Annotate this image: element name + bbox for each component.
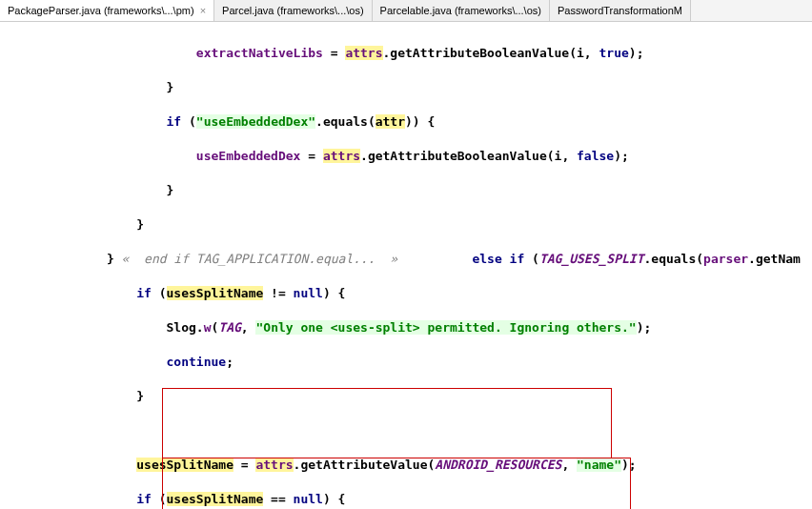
tab-label: Parcel.java (frameworks\...\os) [222,5,364,16]
code-line: if ("useEmbeddedDex".equals(attr)) { [17,113,812,131]
code-line: } [17,79,812,96]
code-line: useEmbeddedDex = attrs.getAttributeBoole… [17,148,812,165]
code-line: Slog.w(TAG, "Only one <uses-split> permi… [17,319,812,336]
code-line: } « end if TAG_APPLICATION.equal... » el… [17,251,812,268]
code-line: if (usesSplitName == null) { [17,491,812,508]
code-line: if (usesSplitName != null) { [17,285,812,302]
tab-package-parser[interactable]: PackageParser.java (frameworks\...\pm) × [0,0,214,21]
close-icon[interactable]: × [200,5,206,16]
code-editor[interactable]: extractNativeLibs = attrs.getAttributeBo… [0,22,812,509]
code-line: continue; [17,354,812,371]
code-line: usesSplitName = attrs.getAttributeValue(… [17,457,812,474]
tab-label: Parcelable.java (frameworks\...\os) [380,5,541,16]
code-line: } [17,388,812,405]
code-line: } [17,182,812,199]
code-line [17,422,812,439]
code-line: extractNativeLibs = attrs.getAttributeBo… [17,45,812,62]
tab-parcel[interactable]: Parcel.java (frameworks\...\os) [214,0,373,21]
tab-bar: PackageParser.java (frameworks\...\pm) ×… [0,0,812,22]
tab-parcelable[interactable]: Parcelable.java (frameworks\...\os) [373,0,550,21]
code-line: } [17,216,812,234]
tab-label: PasswordTransformationM [558,5,682,16]
tab-password-transform[interactable]: PasswordTransformationM [550,0,691,21]
tab-label: PackageParser.java (frameworks\...\pm) [8,5,194,16]
